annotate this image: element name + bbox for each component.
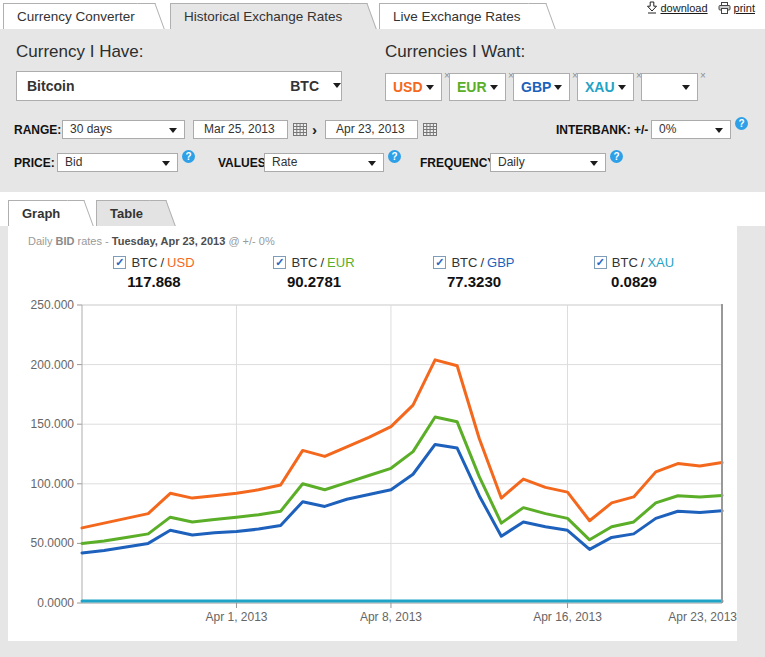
legend-item-usd: ✓ BTC/USD 117.868 <box>74 255 234 290</box>
have-currency-code-dropdown[interactable]: BTC <box>290 78 341 94</box>
date-to-input[interactable]: Apr 23, 2013 <box>325 120 418 139</box>
legend-toggle-usd[interactable]: ✓ BTC/USD <box>74 255 234 270</box>
calendar-icon[interactable] <box>293 123 307 136</box>
tab-live-exchange-rates[interactable]: Live Exchange Rates <box>379 3 542 29</box>
y-tick-label: 200.000 <box>31 358 75 372</box>
chevron-down-icon <box>590 161 598 166</box>
print-label: print <box>734 2 755 14</box>
chevron-down-icon <box>682 85 690 90</box>
exchange-rate-chart: 250.000200.000150.000100.00050.00000.000… <box>8 298 737 628</box>
chevron-down-icon <box>490 85 498 90</box>
interbank-label: INTERBANK: +/- <box>556 123 648 137</box>
legend-item-xau: ✓ BTC/XAU 0.0829 <box>554 255 714 290</box>
checkbox-checked-icon[interactable]: ✓ <box>273 256 286 269</box>
frequency-label: FREQUENCY: <box>420 156 498 170</box>
tab-label: Historical Exchange Rates <box>184 9 342 24</box>
currencies-i-want-label: Currencies I Want: <box>385 42 525 62</box>
download-icon <box>646 1 658 14</box>
rate-value-usd: 117.868 <box>74 273 234 290</box>
want-currency-select-3[interactable]: GBP × <box>513 73 570 101</box>
y-tick-label: 0.0000 <box>37 596 74 610</box>
rate-value-gbp: 77.3230 <box>394 273 554 290</box>
price-label: PRICE: <box>14 156 55 170</box>
checkbox-checked-icon[interactable]: ✓ <box>113 256 126 269</box>
tab-graph[interactable]: Graph <box>8 200 80 226</box>
rate-value-xau: 0.0829 <box>554 273 714 290</box>
status-suffix: @ +/- 0% <box>228 235 274 247</box>
want-currency-select-2[interactable]: EUR × <box>449 73 506 101</box>
checkbox-checked-icon[interactable]: ✓ <box>594 256 607 269</box>
series-BTC-USD <box>82 360 722 528</box>
x-tick-label: Apr 23, 2013 <box>668 610 737 624</box>
have-currency-name-input[interactable]: Bitcoin <box>17 78 290 94</box>
currency-code: GBP <box>521 79 551 95</box>
range-dropdown[interactable]: 30 days <box>62 120 185 139</box>
legend-toggle-eur[interactable]: ✓ BTC/EUR <box>234 255 394 270</box>
tab-label: Graph <box>22 206 60 221</box>
chevron-down-icon <box>368 161 376 166</box>
legend-item-gbp: ✓ BTC/GBP 77.3230 <box>394 255 554 290</box>
chevron-down-icon <box>618 85 626 90</box>
status-mid: rates - <box>78 235 109 247</box>
download-label: download <box>661 2 708 14</box>
print-link[interactable]: print <box>718 2 755 14</box>
price-help-icon[interactable]: ? <box>182 150 195 163</box>
legend-toggle-xau[interactable]: ✓ BTC/XAU <box>554 255 714 270</box>
y-tick-label: 150.000 <box>31 417 75 431</box>
status-price-type: BID <box>56 235 75 247</box>
graph-card: Daily BID rates - Tuesday, Apr 23, 2013 … <box>8 226 737 641</box>
currency-code: XAU <box>585 79 615 95</box>
y-tick-label: 100.000 <box>31 477 75 491</box>
values-label: VALUES: <box>218 156 270 170</box>
want-currency-select-5[interactable]: × <box>641 73 698 101</box>
download-link[interactable]: download <box>646 1 708 14</box>
x-tick-label: Apr 8, 2013 <box>360 610 422 624</box>
currency-i-have-label: Currency I Have: <box>16 42 144 62</box>
calendar-icon[interactable] <box>423 123 437 136</box>
price-dropdown[interactable]: Bid <box>57 153 178 172</box>
date-from-input[interactable]: Mar 25, 2013 <box>193 120 288 139</box>
top-links: download print <box>646 1 756 14</box>
tab-label: Currency Converter <box>17 9 135 24</box>
rate-value-eur: 90.2781 <box>234 273 394 290</box>
x-tick-label: Apr 16, 2013 <box>533 610 602 624</box>
print-icon <box>718 2 731 14</box>
chevron-down-icon <box>715 128 723 133</box>
status-frequency: Daily <box>28 235 52 247</box>
chevron-down-icon <box>426 85 434 90</box>
tab-currency-converter[interactable]: Currency Converter <box>3 3 151 29</box>
checkbox-checked-icon[interactable]: ✓ <box>433 256 446 269</box>
remove-currency-icon[interactable]: × <box>698 70 708 81</box>
status-date: Tuesday, Apr 23, 2013 <box>112 235 226 247</box>
chevron-down-icon <box>333 83 341 88</box>
values-help-icon[interactable]: ? <box>388 150 401 163</box>
x-tick-label: Apr 1, 2013 <box>205 610 267 624</box>
tab-label: Table <box>110 206 143 221</box>
currency-code: EUR <box>457 79 487 95</box>
chevron-down-icon <box>554 85 562 90</box>
legend-toggle-gbp[interactable]: ✓ BTC/GBP <box>394 255 554 270</box>
tab-label: Live Exchange Rates <box>393 9 521 24</box>
chevron-down-icon <box>169 128 177 133</box>
want-currency-select-4[interactable]: XAU × <box>577 73 634 101</box>
tab-historical-exchange-rates[interactable]: Historical Exchange Rates <box>170 3 363 29</box>
interbank-help-icon[interactable]: ? <box>735 117 748 130</box>
range-label: RANGE: <box>14 123 61 137</box>
chart-legend: ✓ BTC/USD 117.868 ✓ BTC/EUR 90.2781 ✓ BT… <box>74 255 714 290</box>
have-currency-select[interactable]: Bitcoin BTC <box>16 71 342 101</box>
legend-item-eur: ✓ BTC/EUR 90.2781 <box>234 255 394 290</box>
tab-table[interactable]: Table <box>96 200 162 226</box>
chevron-down-icon <box>162 161 170 166</box>
controls-panel: Currency I Have: Bitcoin BTC Currencies … <box>0 29 765 192</box>
date-range-arrow-icon: › <box>312 120 317 139</box>
y-tick-label: 250.000 <box>31 298 75 312</box>
want-currency-select-1[interactable]: USD × <box>385 73 442 101</box>
currency-code: USD <box>393 79 423 95</box>
values-dropdown[interactable]: Rate <box>264 153 384 172</box>
frequency-dropdown[interactable]: Daily <box>490 153 606 172</box>
chart-status-line: Daily BID rates - Tuesday, Apr 23, 2013 … <box>28 235 275 247</box>
y-tick-label: 50.0000 <box>31 536 75 550</box>
interbank-dropdown[interactable]: 0% <box>651 120 731 139</box>
frequency-help-icon[interactable]: ? <box>610 150 623 163</box>
